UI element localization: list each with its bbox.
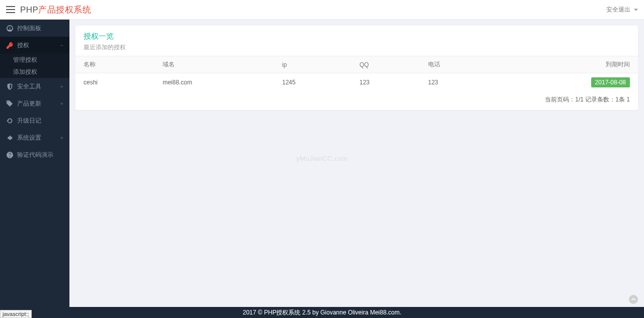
brand-php: PHP (20, 5, 38, 15)
collapse-icon: − (60, 42, 63, 48)
sidebar-item-security[interactable]: 安全工具 + (0, 78, 69, 95)
footer: 2017 © PHP授权系统 2.5 by Giovanne Oliveira … (0, 307, 644, 318)
sidebar-item-dashboard[interactable]: 控制面板 (0, 20, 69, 37)
table-row[interactable]: ceshi mei88.com 1245 123 123 2017-08-08 (75, 73, 638, 92)
panel-subtitle: 最近添加的授权 (84, 43, 630, 52)
th-expire: 到期时间 (494, 56, 638, 73)
chevron-up-icon (631, 297, 636, 302)
auth-table: 名称 域名 ip QQ 电话 到期时间 ceshi mei88.com 1245… (75, 56, 638, 91)
tags-icon (6, 100, 13, 107)
browser-status-bar: javascript:; (0, 310, 32, 318)
pagination-info: 当前页码：1/1 记录条数：1条 1 (75, 91, 638, 110)
expand-icon: + (60, 83, 63, 89)
sidebar: 控制面板 授权 − 管理授权 添加授权 安全工具 + 产品更新 + 升级日记 系… (0, 20, 69, 307)
cell-phone: 123 (420, 73, 494, 92)
panel-title: 授权一览 (84, 32, 630, 41)
sidebar-label: 验证代码演示 (17, 151, 63, 159)
panel-auth-list: 授权一览 最近添加的授权 名称 域名 ip QQ 电话 到期时间 ceshi m… (75, 26, 638, 110)
cell-expire: 2017-08-08 (494, 73, 638, 92)
scroll-top-button[interactable] (629, 295, 638, 304)
sidebar-item-upgradelog[interactable]: 升级日记 (0, 112, 69, 129)
shield-icon (6, 83, 13, 90)
expand-icon: + (60, 135, 63, 141)
sidebar-subitem-add-auth[interactable]: 添加授权 (0, 66, 69, 78)
question-icon (6, 151, 13, 158)
sidebar-label: 升级日记 (17, 117, 63, 125)
sidebar-item-auth[interactable]: 授权 − (0, 37, 69, 54)
key-icon (6, 42, 13, 49)
sidebar-label: 系统设置 (17, 134, 60, 142)
cell-domain: mei88.com (154, 73, 274, 92)
sidebar-label: 授权 (17, 41, 60, 50)
sidebar-label: 产品更新 (17, 99, 60, 108)
th-phone: 电话 (420, 56, 494, 73)
sidebar-label: 安全工具 (17, 82, 60, 91)
brand-title: PHP产品授权系统 (20, 4, 91, 16)
caret-down-icon (634, 9, 638, 11)
cogs-icon (6, 134, 13, 141)
logout-dropdown[interactable]: 安全退出 (606, 6, 638, 14)
panel-header: 授权一览 最近添加的授权 (75, 26, 638, 56)
menu-toggle-icon[interactable] (6, 6, 15, 13)
logout-label: 安全退出 (606, 6, 630, 13)
th-name: 名称 (75, 56, 154, 73)
expire-badge: 2017-08-08 (591, 77, 630, 87)
sidebar-subitem-manage-auth[interactable]: 管理授权 (0, 54, 69, 66)
cell-qq: 123 (351, 73, 420, 92)
sidebar-label: 控制面板 (17, 24, 63, 33)
th-ip: ip (274, 56, 352, 73)
cell-ip: 1245 (274, 73, 352, 92)
sidebar-item-updates[interactable]: 产品更新 + (0, 95, 69, 112)
sidebar-submenu-auth: 管理授权 添加授权 (0, 54, 69, 78)
table-header-row: 名称 域名 ip QQ 电话 到期时间 (75, 56, 638, 73)
svg-rect-2 (6, 12, 15, 13)
svg-rect-0 (6, 6, 15, 7)
sidebar-item-codedemo[interactable]: 验证代码演示 (0, 146, 69, 163)
main-content: 授权一览 最近添加的授权 名称 域名 ip QQ 电话 到期时间 ceshi m… (69, 20, 644, 307)
brand-cn: 产品授权系统 (38, 5, 91, 15)
th-qq: QQ (351, 56, 420, 73)
expand-icon: + (60, 100, 63, 107)
sidebar-item-settings[interactable]: 系统设置 + (0, 129, 69, 146)
dashboard-icon (6, 25, 13, 32)
svg-rect-1 (6, 9, 15, 10)
header: PHP产品授权系统 安全退出 (0, 0, 644, 20)
refresh-icon (6, 117, 13, 124)
cell-name: ceshi (75, 73, 154, 92)
th-domain: 域名 (154, 56, 274, 73)
